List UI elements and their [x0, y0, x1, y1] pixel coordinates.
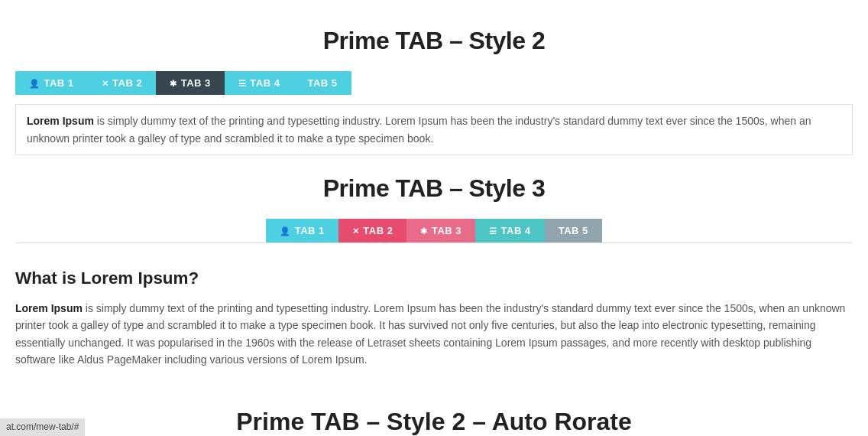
tab-style3-4[interactable]: TAB 4: [475, 219, 545, 242]
tab-style2-1[interactable]: TAB 1: [15, 71, 88, 95]
lines-icon: [238, 77, 247, 89]
style2-content-bold: Lorem Ipsum: [27, 115, 94, 127]
lines-icon-s3: [489, 225, 497, 236]
tab-style2-2-label: TAB 2: [112, 77, 142, 89]
tab-style3-2-label: TAB 2: [363, 225, 393, 236]
tab-style2-3[interactable]: TAB 3: [156, 71, 225, 95]
tabs-style3: TAB 1 TAB 2 TAB 3 TAB 4 TAB 5: [266, 219, 602, 242]
tab-style2-5-label: TAB 5: [307, 77, 337, 89]
tab-style3-1[interactable]: TAB 1: [266, 219, 338, 242]
divider: [15, 242, 853, 243]
tab-style3-1-label: TAB 1: [295, 225, 325, 236]
status-url: at.com/mew-tab/#: [6, 421, 79, 432]
style3-content: What is Lorem Ipsum? Lorem Ipsum is simp…: [15, 257, 853, 379]
tab-style2-3-label: TAB 3: [181, 77, 211, 89]
circle-x-icon-s3: [352, 225, 360, 236]
user-icon-s3: [280, 225, 291, 236]
style3-title: Prime TAB – Style 3: [15, 169, 853, 208]
style3-content-text: is simply dummy text of the printing and…: [15, 302, 845, 366]
tab-style3-5[interactable]: TAB 5: [545, 219, 602, 242]
page-wrapper: Prime TAB – Style 2 TAB 1 TAB 2 TAB 3 TA…: [0, 0, 868, 436]
circle-x-icon: [102, 77, 109, 89]
tab-style3-5-label: TAB 5: [559, 225, 588, 236]
style2-content: Lorem Ipsum is simply dummy text of the …: [15, 104, 853, 155]
tab-style3-3-label: TAB 3: [432, 225, 462, 236]
tab-style2-5[interactable]: TAB 5: [293, 71, 351, 95]
style3-content-body: Lorem Ipsum is simply dummy text of the …: [15, 300, 853, 369]
tab-style2-1-label: TAB 1: [44, 77, 74, 89]
style2-content-text: is simply dummy text of the printing and…: [27, 115, 811, 144]
tab-style3-2[interactable]: TAB 2: [338, 219, 407, 242]
asterisk-icon-s3: [420, 225, 428, 236]
status-bar: at.com/mew-tab/#: [0, 418, 85, 436]
tabs-style3-wrapper: TAB 1 TAB 2 TAB 3 TAB 4 TAB 5: [15, 219, 853, 242]
tab-style2-4[interactable]: TAB 4: [225, 71, 294, 95]
user-icon: [29, 77, 40, 89]
auto-rotate-title: Prime TAB – Style 2 – Auto Rorate: [15, 395, 853, 436]
tab-style3-4-label: TAB 4: [501, 225, 531, 236]
asterisk-icon: [170, 77, 177, 89]
style3-content-bold: Lorem Ipsum: [15, 302, 83, 314]
tab-style2-4-label: TAB 4: [250, 77, 280, 89]
style2-title: Prime TAB – Style 2: [15, 21, 853, 60]
tab-style3-3[interactable]: TAB 3: [406, 219, 475, 242]
tabs-style2: TAB 1 TAB 2 TAB 3 TAB 4 TAB 5: [15, 71, 853, 95]
style3-content-heading: What is Lorem Ipsum?: [15, 265, 853, 292]
tab-style2-2[interactable]: TAB 2: [88, 71, 157, 95]
